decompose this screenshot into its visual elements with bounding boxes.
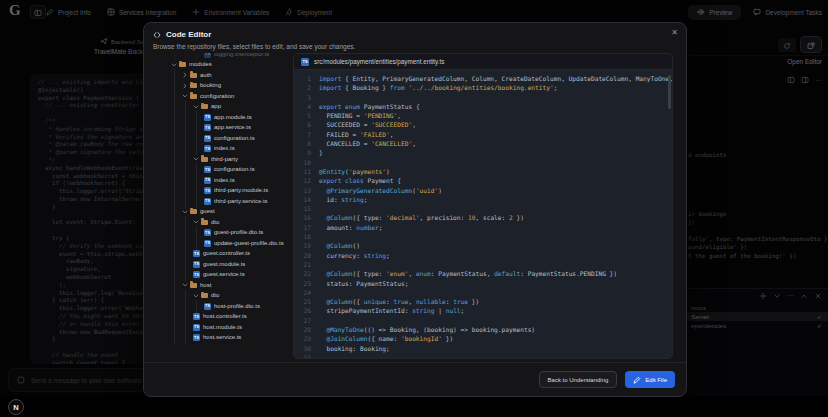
code-line: 19 @Column()	[294, 241, 672, 250]
tree-item-label: dto	[211, 219, 219, 226]
indent-guide	[171, 175, 182, 186]
tree-item-label: auth	[200, 72, 212, 79]
code-line: 10	[294, 158, 672, 167]
indent-guide	[182, 270, 193, 281]
indent-guide	[171, 217, 182, 228]
indent-guide	[182, 228, 193, 239]
indent-guide	[171, 91, 182, 102]
tree-folder-guest[interactable]: guest	[169, 207, 290, 218]
indent-guide	[171, 102, 182, 113]
tree-file-configuration.ts[interactable]: TSconfiguration.ts	[169, 133, 290, 144]
tree-folder-host[interactable]: host	[169, 280, 290, 291]
code-line: 12export class Payment {	[294, 176, 672, 185]
line-number: 19	[294, 241, 311, 250]
line-number: 25	[294, 297, 311, 306]
code-text	[319, 232, 323, 241]
indent-guide	[193, 133, 204, 144]
edit-file-button[interactable]: Edit File	[625, 371, 675, 388]
indent-guide	[171, 280, 182, 291]
indent-guide	[171, 70, 182, 81]
indent-guide	[182, 196, 193, 207]
tree-file-guest.controller.ts[interactable]: TSguest.controller.ts	[169, 249, 290, 260]
tree-folder-app[interactable]: app	[169, 102, 290, 113]
code-text: booking: Booking;	[319, 344, 390, 353]
back-button-label: Back to Understanding	[548, 377, 609, 383]
indent-guide	[171, 186, 182, 197]
tree-file-update-guest-profile.dto.ts[interactable]: TSupdate-guest-profile.dto.ts	[169, 238, 290, 249]
indent-guide	[182, 186, 193, 197]
tree-folder-third-party[interactable]: third-party	[169, 154, 290, 165]
code-text: @Entity('payments')	[319, 167, 390, 176]
code-text: @Column({ type: 'decimal', precision: 10…	[319, 213, 524, 222]
tree-file-app.service.ts[interactable]: TSapp.service.ts	[169, 123, 290, 134]
modal-title: Code Editor	[166, 30, 211, 39]
tree-folder-auth[interactable]: auth	[169, 70, 290, 81]
code-line: 11@Entity('payments')	[294, 167, 672, 176]
line-number: 12	[294, 176, 311, 185]
indent-guide	[171, 165, 182, 176]
tree-file-host.controller.ts[interactable]: TShost.controller.ts	[169, 312, 290, 323]
tree-file-index.ts[interactable]: TSindex.ts	[169, 144, 290, 155]
indent-guide	[171, 238, 182, 249]
typescript-file-icon: TS	[204, 240, 211, 247]
tree-folder-booking[interactable]: booking	[169, 81, 290, 92]
back-to-understanding-button[interactable]: Back to Understanding	[539, 371, 618, 388]
tree-file-index.ts[interactable]: TSindex.ts	[169, 175, 290, 186]
code-panel: TS src/modules/payment/entities/payment.…	[293, 53, 673, 359]
code-text: import { Entity, PrimaryGeneratedColumn,…	[319, 74, 672, 83]
line-number: 20	[294, 251, 311, 260]
tree-folder-modules[interactable]: modules	[169, 60, 290, 71]
tree-file-configuration.ts[interactable]: TSconfiguration.ts	[169, 165, 290, 176]
indent-guide	[193, 123, 204, 134]
indent-guide	[182, 249, 193, 260]
tree-file-third-party.service.ts[interactable]: TSthird-party.service.ts	[169, 196, 290, 207]
tree-folder-dto[interactable]: dto	[169, 217, 290, 228]
line-number: 26	[294, 306, 311, 315]
typescript-file-icon: TS	[193, 250, 200, 257]
tree-file-guest.module.ts[interactable]: TSguest.module.ts	[169, 259, 290, 270]
code-editor-modal: Code Editor ✕ Browse the repository file…	[143, 22, 687, 397]
indent-guide	[182, 53, 193, 60]
tree-file-guest-profile.dto.ts[interactable]: TSguest-profile.dto.ts	[169, 228, 290, 239]
indent-guide	[182, 217, 193, 228]
code-scrollbar[interactable]	[668, 75, 671, 109]
typescript-file-icon: TS	[204, 303, 211, 310]
code-line: 29 @JoinColumn({ name: 'bookingId' })	[294, 334, 672, 343]
typescript-file-icon: TS	[204, 124, 211, 131]
indent-guide	[171, 112, 182, 123]
tree-file-logging.interceptor.ts[interactable]: TSlogging.interceptor.ts	[169, 53, 290, 60]
corner-logo[interactable]: N	[8, 399, 24, 415]
line-number: 10	[294, 158, 311, 167]
tree-file-host.service.ts[interactable]: TShost.service.ts	[169, 333, 290, 344]
indent-guide	[171, 312, 182, 323]
tree-file-host.module.ts[interactable]: TShost.module.ts	[169, 322, 290, 333]
code-scroll-area[interactable]: 1import { Entity, PrimaryGeneratedColumn…	[294, 70, 672, 359]
code-line: 20 currency: string;	[294, 251, 672, 260]
tree-folder-dto[interactable]: dto	[169, 291, 290, 302]
tree-file-host-profile.dto.ts[interactable]: TShost-profile.dto.ts	[169, 301, 290, 312]
typescript-file-icon: TS	[193, 261, 200, 268]
tree-file-app.module.ts[interactable]: TSapp.module.ts	[169, 112, 290, 123]
code-line: 14 id: string;	[294, 195, 672, 204]
code-line: 4export enum PaymentStatus {	[294, 102, 672, 111]
indent-guide	[193, 301, 204, 312]
folder-icon	[201, 220, 208, 225]
tree-item-label: dto	[211, 292, 219, 299]
code-line: 26 stripePaymentIntentId: string | null;	[294, 306, 672, 315]
tree-item-label: index.ts	[214, 145, 235, 152]
typescript-file-icon: TS	[204, 198, 211, 205]
tree-folder-configuration[interactable]: configuration	[169, 91, 290, 102]
indent-guide	[171, 270, 182, 281]
indent-guide	[171, 144, 182, 155]
tree-file-third-party.module.ts[interactable]: TSthird-party.module.ts	[169, 186, 290, 197]
tree-file-guest.service.ts[interactable]: TSguest.service.ts	[169, 270, 290, 281]
indent-guide	[182, 154, 193, 165]
indent-guide	[171, 133, 182, 144]
indent-guide	[193, 112, 204, 123]
line-number: 18	[294, 232, 311, 241]
bottom-strip	[0, 396, 828, 417]
close-icon[interactable]: ✕	[671, 28, 678, 37]
folder-icon	[190, 73, 197, 78]
chevron-down-icon	[182, 93, 189, 99]
code-text: SUCCEEDED = 'SUCCEEDED',	[319, 120, 416, 129]
